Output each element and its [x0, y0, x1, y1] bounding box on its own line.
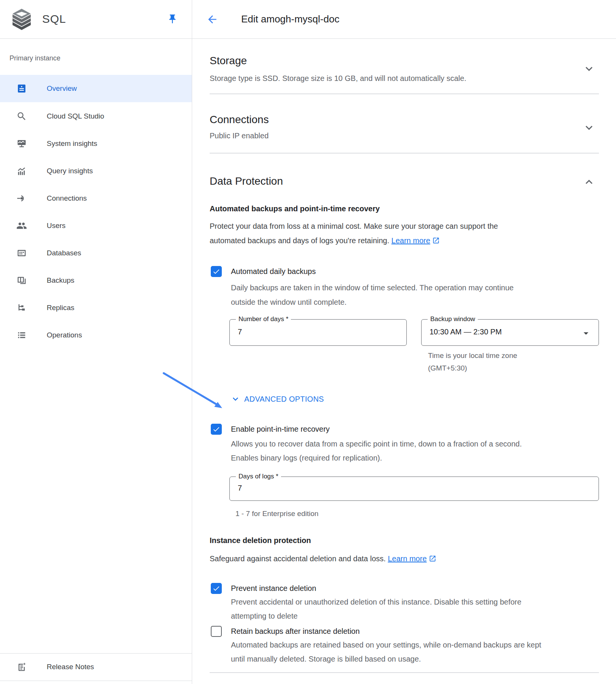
sidebar-item-connections[interactable]: Connections	[0, 185, 192, 212]
backup-window-helper: Time is your local time zone (GMT+5:30)	[428, 349, 517, 374]
days-of-logs-label: Days of logs *	[236, 473, 281, 480]
users-icon	[16, 220, 27, 231]
backup-group-heading: Automated backups and point-in-time reco…	[210, 204, 380, 214]
check-icon	[212, 268, 220, 276]
auto-backup-checkbox[interactable]	[211, 266, 222, 277]
sidebar-item-operations[interactable]: Operations	[0, 321, 192, 349]
connections-icon	[16, 193, 27, 204]
section-divider	[210, 672, 599, 673]
connections-section-title: Connections	[210, 112, 269, 127]
release-notes-icon	[16, 662, 27, 673]
prevent-deletion-label[interactable]: Prevent instance deletion	[231, 583, 316, 594]
section-divider	[210, 93, 599, 94]
chevron-up-icon[interactable]	[582, 175, 596, 189]
sidebar-item-label: System insights	[47, 139, 97, 148]
chevron-down-icon[interactable]	[582, 121, 596, 135]
retain-backups-description: Automated backups are retained based on …	[231, 638, 611, 666]
auto-backup-label[interactable]: Automated daily backups	[231, 266, 316, 277]
prevent-deletion-row: Prevent instance deletion	[211, 583, 316, 594]
external-link-icon	[429, 555, 436, 565]
retain-backups-row: Retain backups after instance deletion	[211, 626, 360, 637]
storage-section-title: Storage	[210, 54, 247, 68]
number-of-days-value: 7	[238, 328, 242, 336]
check-icon	[212, 584, 220, 592]
pitr-row: Enable point-in-time recovery	[211, 424, 330, 435]
retain-backups-checkbox[interactable]	[211, 626, 222, 637]
days-of-logs-field[interactable]: Days of logs * 7	[229, 477, 599, 501]
sidebar-item-query-insights[interactable]: Query insights	[0, 157, 192, 185]
check-icon	[212, 425, 220, 433]
top-app-bar: SQL Edit amogh-mysql-doc	[0, 0, 616, 39]
sidebar-item-label: Backups	[47, 276, 74, 285]
advanced-options-label: ADVANCED OPTIONS	[244, 395, 324, 404]
storage-section-subtitle: Storage type is SSD. Storage size is 10 …	[210, 73, 466, 83]
sidebar-item-label: Users	[47, 222, 66, 230]
backups-icon	[16, 275, 27, 286]
sidebar-item-backups[interactable]: Backups	[0, 267, 192, 294]
sidebar-divider	[192, 0, 192, 684]
learn-more-link[interactable]: Learn more	[388, 554, 426, 563]
external-link-icon	[432, 234, 440, 249]
data-protection-section-title: Data Protection	[210, 174, 283, 188]
sidebar-bottom-divider	[0, 681, 192, 681]
days-of-logs-value: 7	[238, 484, 242, 492]
sidebar-item-label: Release Notes	[47, 663, 94, 671]
sidebar-item-label: Operations	[47, 331, 82, 339]
backup-group-description: Protect your data from loss at a minimal…	[210, 219, 589, 249]
days-of-logs-helper: 1 - 7 for Enterprise edition	[235, 509, 319, 518]
learn-more-link[interactable]: Learn more	[392, 236, 430, 245]
backup-group-description-text: Protect your data from loss at a minimal…	[210, 222, 498, 245]
sidebar-item-databases[interactable]: Databases	[0, 239, 192, 267]
back-arrow-icon[interactable]	[206, 13, 218, 27]
dropdown-caret-icon	[580, 328, 592, 340]
auto-backup-row: Automated daily backups	[211, 266, 316, 277]
backup-window-label: Backup window	[428, 315, 478, 323]
pitr-label[interactable]: Enable point-in-time recovery	[231, 424, 330, 435]
databases-icon	[16, 248, 27, 259]
annotation-arrow	[160, 364, 243, 415]
advanced-options-toggle[interactable]: ADVANCED OPTIONS	[230, 394, 324, 404]
sidebar-section-label: Primary instance	[9, 54, 60, 62]
chevron-down-icon[interactable]	[582, 62, 596, 76]
sidebar-item-label: Overview	[47, 84, 77, 93]
sidebar-item-system-insights[interactable]: System insights	[0, 130, 192, 157]
number-of-days-field[interactable]: Number of days * 7	[229, 319, 407, 346]
backup-window-value: 10:30 AM — 2:30 PM	[430, 328, 502, 336]
replicas-icon	[16, 302, 27, 314]
connections-section-subtitle: Public IP enabled	[210, 131, 269, 141]
deletion-group-description-text: Safeguard against accidental deletion an…	[210, 554, 386, 563]
cloud-sql-logo-icon	[11, 8, 32, 32]
overview-icon	[16, 83, 27, 94]
sidebar-item-label: Query insights	[47, 167, 93, 175]
sidebar-item-label: Replicas	[47, 304, 74, 312]
sidebar-item-replicas[interactable]: Replicas	[0, 294, 192, 321]
sidebar-item-overview[interactable]: Overview	[0, 75, 192, 102]
pitr-checkbox[interactable]	[211, 424, 222, 435]
prevent-deletion-checkbox[interactable]	[211, 583, 222, 594]
number-of-days-label: Number of days *	[236, 315, 291, 323]
sidebar-item-label: Databases	[47, 249, 81, 257]
sidebar-item-label: Connections	[47, 194, 87, 203]
search-icon	[16, 111, 27, 122]
sidebar-item-cloud-sql-studio[interactable]: Cloud SQL Studio	[0, 103, 192, 130]
operations-icon	[16, 330, 27, 341]
query-insights-icon	[16, 166, 27, 177]
sidebar-item-release-notes[interactable]: Release Notes	[0, 654, 192, 680]
retain-backups-label[interactable]: Retain backups after instance deletion	[231, 626, 360, 637]
prevent-deletion-description: Prevent accidental or unauthorized delet…	[231, 595, 611, 623]
page-title: Edit amogh-mysql-doc	[241, 13, 340, 25]
system-insights-icon	[16, 138, 27, 149]
pin-icon[interactable]	[167, 14, 178, 26]
pitr-description: Allows you to recover data from a specif…	[231, 437, 611, 465]
sidebar-item-users[interactable]: Users	[0, 212, 192, 239]
backup-window-select[interactable]: Backup window 10:30 AM — 2:30 PM	[421, 319, 599, 346]
sidebar-item-label: Cloud SQL Studio	[47, 112, 104, 120]
deletion-group-description: Safeguard against accidental deletion an…	[210, 554, 589, 565]
product-name: SQL	[42, 13, 66, 25]
deletion-group-heading: Instance deletion protection	[210, 535, 311, 546]
auto-backup-description: Daily backups are taken in the window of…	[231, 280, 611, 309]
section-divider	[210, 153, 599, 154]
